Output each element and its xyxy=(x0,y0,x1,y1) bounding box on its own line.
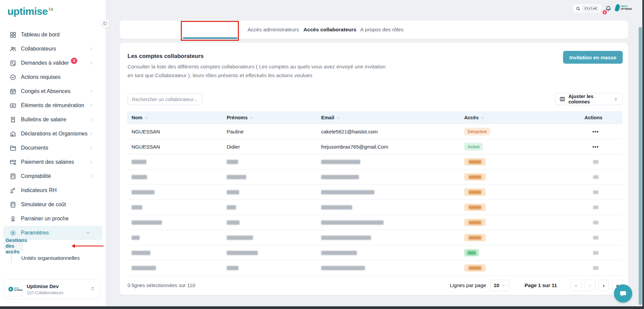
sidebar-item-collaborateurs[interactable]: Collaborateurs xyxy=(0,42,106,56)
uptimise-logo[interactable]: uptimise xyxy=(7,5,53,18)
table-footer: 0 lignes sélectionnées sur 110 Lignes pa… xyxy=(120,276,628,295)
sidebar-item-label: Actions requises xyxy=(21,74,60,80)
row-actions-redacted[interactable] xyxy=(593,175,598,179)
sidebar-item-declarations-et-organismes[interactable]: Déclarations et Organismes xyxy=(0,127,106,141)
sort-icon[interactable]: ↑↓ xyxy=(481,116,484,119)
cell-nom: NGUESSAN xyxy=(127,144,222,150)
sidebar: uptimise Tableau de bord Collaborateurs … xyxy=(0,0,106,306)
cell-email: cakele5621@haislot.com xyxy=(317,129,460,134)
column-header-email[interactable]: Email↑↓ xyxy=(317,115,460,120)
sidebar-item-comptabilite[interactable]: Comptabilité xyxy=(0,169,106,183)
table-row xyxy=(127,215,622,230)
brand-text: DEVO xyxy=(621,5,632,8)
column-header-acces[interactable]: Accès↑↓ xyxy=(460,115,564,120)
chevron-right-icon xyxy=(89,160,94,164)
sidebar-subitem-gestions-des-acces[interactable]: Gestions des accès xyxy=(4,240,23,251)
cell-email: frejusombrax765@gmail.Com xyxy=(317,144,460,150)
redacted-email xyxy=(321,266,365,270)
tab-acces-collaborateurs[interactable]: Accès collaborateurs xyxy=(303,21,357,39)
redacted-prenoms xyxy=(227,236,253,240)
sidebar-item-documents[interactable]: Documents xyxy=(0,141,106,155)
table-row xyxy=(127,245,622,260)
notifications-button[interactable]: 8 xyxy=(605,5,612,14)
chevron-down-icon xyxy=(501,283,506,287)
sidebar-item-simulateur-de-cout[interactable]: Simulateur de coût xyxy=(0,197,106,212)
sidebar-subitem-unites-organisationnelles[interactable]: Unités organisationnelles xyxy=(16,252,102,264)
sort-icon[interactable]: ↑↓ xyxy=(250,116,253,119)
redacted-nom xyxy=(132,220,162,225)
pending-count-badge: 5 xyxy=(71,58,77,64)
cell-nom: NGUESSAN xyxy=(127,129,222,134)
bulk-invite-button[interactable]: Invitation en masse xyxy=(563,51,623,64)
parametres-submenu: Gestions des accès Unités organisationne… xyxy=(0,240,106,265)
previous-page-button[interactable]: ‹ xyxy=(584,280,595,291)
cell-prenoms: Didier xyxy=(222,144,317,150)
chevron-right-icon xyxy=(89,103,94,108)
first-page-button[interactable]: « xyxy=(570,280,582,291)
redacted-nom xyxy=(132,236,140,240)
row-actions-redacted[interactable] xyxy=(593,266,598,270)
next-page-button[interactable]: › xyxy=(598,280,609,291)
global-search-button[interactable]: Ctrl+K xyxy=(573,4,602,13)
status-badge-redacted xyxy=(464,204,486,211)
sidebar-item-bulletins-de-salaire[interactable]: Bulletins de salaire xyxy=(0,113,106,127)
adjust-columns-button[interactable]: Ajuster les colonnes xyxy=(555,93,623,105)
company-switcher[interactable]: DEVOUPTIMISE Uptimise Dev 110 Collaborat… xyxy=(4,279,100,299)
redacted-prenoms xyxy=(227,175,246,179)
row-actions-redacted[interactable] xyxy=(593,190,598,194)
sidebar-item-elements-de-remuneration[interactable]: Éléments de rémunération xyxy=(0,98,106,113)
sort-icon[interactable]: ↑↓ xyxy=(145,116,147,119)
status-badge-redacted xyxy=(464,264,486,272)
row-actions-redacted[interactable] xyxy=(593,251,598,255)
row-actions-button[interactable]: ••• xyxy=(592,144,599,150)
sidebar-item-conges-et-absences[interactable]: Congés et Absences xyxy=(0,84,106,98)
search-icon xyxy=(576,6,581,11)
sidebar-item-paiement-des-salaires[interactable]: Paiement des salaires xyxy=(0,155,106,169)
row-actions-redacted[interactable] xyxy=(593,160,598,164)
search-collaborator-input[interactable] xyxy=(128,93,202,105)
sidebar-item-actions-requises[interactable]: Actions requises xyxy=(0,70,106,84)
tab-a-propos-des-roles[interactable]: A propos des rôles xyxy=(359,21,404,39)
sidebar-item-label: Simulateur de coût xyxy=(21,202,66,208)
medal-icon xyxy=(9,215,17,222)
sidebar-item-label: Parrainer un proche xyxy=(21,216,68,222)
status-badge-redacted xyxy=(464,249,479,256)
chevron-right-icon xyxy=(89,89,94,94)
company-meta: 110 Collaborateurs xyxy=(27,290,90,295)
selection-info: 0 lignes sélectionnées sur 110 xyxy=(128,282,195,288)
chevron-right-icon xyxy=(89,117,94,122)
rows-per-page-select[interactable]: 10 xyxy=(490,280,509,291)
sidebar-item-tableau-de-bord[interactable]: Tableau de bord xyxy=(0,28,106,42)
sidebar-item-indicateurs-rh[interactable]: Indicateurs RH xyxy=(0,183,106,197)
redacted-email xyxy=(321,205,352,210)
sort-icon[interactable]: ↑↓ xyxy=(337,116,339,119)
redacted-nom xyxy=(132,251,150,255)
logo-text: uptimise xyxy=(7,5,48,18)
row-actions-redacted[interactable] xyxy=(593,206,598,209)
sidebar-subitem-label: Unités organisationnelles xyxy=(21,255,80,261)
sidebar-collapse-button[interactable] xyxy=(101,19,110,28)
collaborators-table: Nom↑↓ Prénoms↑↓ Email↑↓ Accès↑↓ Actions … xyxy=(127,111,622,276)
chat-widget-button[interactable] xyxy=(614,284,632,303)
scrollbar-thumb[interactable] xyxy=(639,27,642,305)
sidebar-item-demandes-a-valider[interactable]: Demandes à valider 5 xyxy=(0,56,106,70)
column-header-nom[interactable]: Nom↑↓ xyxy=(127,115,222,120)
row-actions-redacted[interactable] xyxy=(593,221,598,224)
table-row xyxy=(127,260,622,276)
redacted-nom xyxy=(132,190,155,194)
column-header-prenoms[interactable]: Prénoms↑↓ xyxy=(222,115,317,120)
redacted-email xyxy=(321,220,384,225)
sidebar-item-parrainer-un-proche[interactable]: Parrainer un proche xyxy=(0,212,106,226)
row-actions-redacted[interactable] xyxy=(593,236,598,240)
chevron-right-icon xyxy=(89,61,94,65)
sidebar-item-label: Comptabilité xyxy=(21,173,51,179)
table-row xyxy=(127,169,622,185)
row-actions-button[interactable]: ••• xyxy=(592,129,599,134)
collaborators-panel: Les comptes collaborateurs Consulter la … xyxy=(120,43,628,295)
account-logo[interactable]: DEVOUPTIMISE xyxy=(615,4,632,11)
panel-toggle-icon xyxy=(103,21,108,26)
redacted-nom xyxy=(132,175,147,179)
building-icon xyxy=(9,130,17,137)
chevron-right-icon xyxy=(89,47,94,51)
tab-acces-administrateurs[interactable]: Accès administrateurs xyxy=(246,21,300,39)
